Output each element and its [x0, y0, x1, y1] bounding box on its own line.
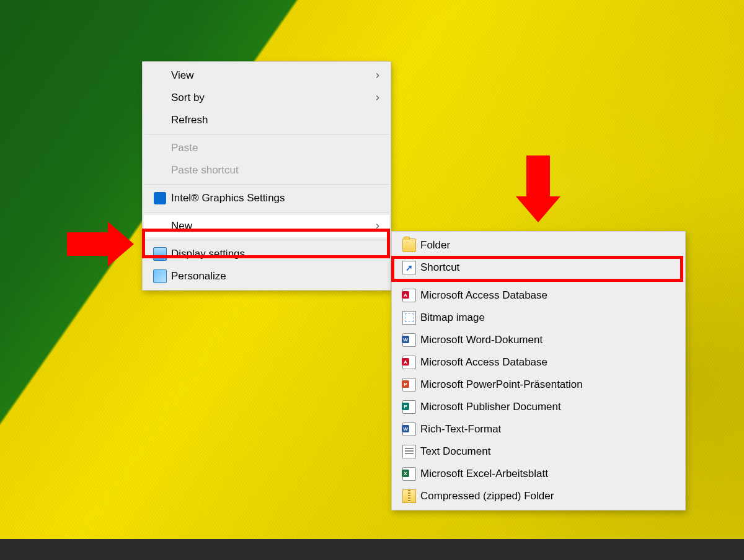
menu-label: Text Document — [420, 445, 676, 458]
menu-label: Microsoft Access Database — [420, 356, 676, 369]
menu-label: Shortcut — [420, 261, 676, 274]
menu-label: Personalize — [171, 270, 382, 282]
menu-item-refresh[interactable]: Refresh — [144, 109, 389, 131]
submenu-item-access-2[interactable]: A Microsoft Access Database — [393, 351, 684, 374]
submenu-item-folder[interactable]: Folder — [393, 234, 684, 256]
menu-label: Sort by — [171, 92, 361, 104]
menu-item-sort-by[interactable]: Sort by — [144, 87, 389, 109]
menu-label: Microsoft Excel-Arbeitsblatt — [420, 468, 676, 480]
menu-item-view[interactable]: View — [144, 64, 389, 87]
menu-separator — [144, 240, 389, 240]
menu-item-display-settings[interactable]: Display settings — [144, 243, 389, 265]
word-icon: W — [398, 333, 420, 347]
bitmap-icon — [398, 311, 420, 325]
menu-label: Microsoft Publisher Document — [420, 401, 676, 413]
submenu-item-zip[interactable]: Compressed (zipped) Folder — [393, 485, 684, 507]
submenu-item-text[interactable]: Text Document — [393, 440, 684, 463]
excel-icon: X — [398, 467, 420, 481]
menu-separator — [144, 134, 389, 134]
menu-label: Refresh — [171, 114, 382, 126]
menu-label: Bitmap image — [420, 312, 676, 324]
rtf-icon: W — [398, 422, 420, 436]
submenu-item-rtf[interactable]: W Rich-Text-Format — [393, 418, 684, 440]
desktop-context-menu: View Sort by Refresh Paste Paste shortcu… — [142, 61, 391, 291]
menu-label: Microsoft PowerPoint-Präsentation — [420, 378, 676, 391]
menu-item-paste: Paste — [144, 137, 389, 159]
chevron-right-icon — [373, 94, 382, 102]
zip-folder-icon — [398, 489, 420, 503]
menu-label: Intel® Graphics Settings — [171, 192, 382, 204]
powerpoint-icon: P — [398, 378, 420, 392]
submenu-item-powerpoint[interactable]: P Microsoft PowerPoint-Präsentation — [393, 374, 684, 396]
chevron-right-icon — [373, 222, 382, 230]
display-settings-icon — [149, 247, 171, 261]
access-icon: A — [398, 289, 420, 302]
menu-item-intel-graphics[interactable]: Intel® Graphics Settings — [144, 187, 389, 209]
publisher-icon: P — [398, 400, 420, 414]
menu-label: Folder — [420, 239, 676, 252]
menu-label: Microsoft Word-Dokument — [420, 334, 676, 346]
intel-graphics-icon — [149, 192, 171, 204]
access-icon: A — [398, 356, 420, 369]
menu-separator — [144, 184, 389, 185]
menu-item-new[interactable]: New — [144, 215, 389, 237]
submenu-item-bitmap[interactable]: Bitmap image — [393, 307, 684, 329]
shortcut-icon — [398, 261, 420, 274]
menu-item-personalize[interactable]: Personalize — [144, 265, 389, 287]
submenu-item-shortcut[interactable]: Shortcut — [393, 256, 684, 279]
menu-label: New — [171, 220, 361, 232]
menu-label: View — [171, 69, 361, 82]
menu-label: Display settings — [171, 248, 382, 260]
submenu-item-word[interactable]: W Microsoft Word-Dokument — [393, 329, 684, 351]
text-file-icon — [398, 445, 420, 458]
submenu-item-publisher[interactable]: P Microsoft Publisher Document — [393, 396, 684, 418]
new-submenu: Folder Shortcut A Microsoft Access Datab… — [391, 231, 686, 510]
menu-label: Paste shortcut — [171, 164, 382, 177]
menu-label: Rich-Text-Format — [420, 423, 676, 435]
menu-separator — [144, 212, 389, 212]
submenu-item-access[interactable]: A Microsoft Access Database — [393, 284, 684, 307]
menu-label: Compressed (zipped) Folder — [420, 490, 676, 502]
taskbar[interactable] — [0, 539, 744, 560]
folder-icon — [398, 238, 420, 252]
personalize-icon — [149, 269, 171, 283]
submenu-item-excel[interactable]: X Microsoft Excel-Arbeitsblatt — [393, 463, 684, 485]
chevron-right-icon — [373, 71, 382, 80]
menu-separator — [394, 281, 683, 282]
menu-item-paste-shortcut: Paste shortcut — [144, 159, 389, 182]
menu-label: Paste — [171, 142, 382, 154]
menu-label: Microsoft Access Database — [420, 289, 676, 302]
